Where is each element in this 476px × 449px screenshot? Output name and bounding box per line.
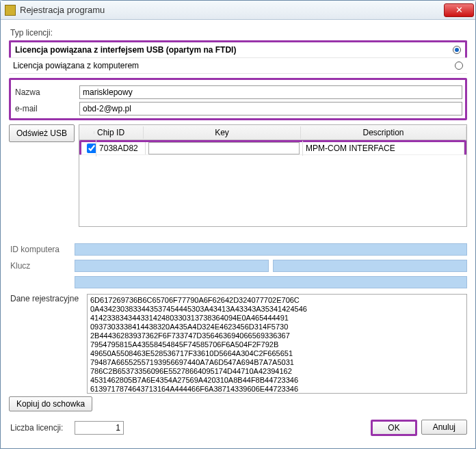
ok-button[interactable]: OK (371, 420, 416, 436)
pc-license-section: ID komputera Klucz (9, 239, 467, 288)
key-value-1 (75, 260, 269, 272)
row-desc: MPM-COM INTERFACE (303, 142, 464, 154)
radio-icon (455, 62, 463, 70)
email-label: e-mail (14, 104, 79, 113)
copy-clipboard-button[interactable]: Kopiuj do schowka (9, 396, 92, 411)
pcid-label: ID komputera (9, 245, 75, 254)
regdata-section: Dane rejestracyjne 6D617269736B6C65706F7… (9, 294, 467, 394)
grid-header: Chip ID Key Description (79, 125, 466, 140)
pcid-value (75, 243, 467, 256)
pcid-row: ID komputera (9, 243, 467, 256)
app-icon (5, 5, 16, 16)
extra-value (75, 276, 467, 288)
refresh-usb-button[interactable]: Odśwież USB (9, 124, 75, 142)
grid-row[interactable]: 7038AD82 MPM-COM INTERFACE (79, 140, 466, 155)
dialog-buttons: OK Anuluj (371, 420, 467, 436)
extra-row (9, 276, 467, 288)
usb-row: Odśwież USB Chip ID Key Description 7038… (9, 124, 467, 227)
option-usb-license[interactable]: Licencja powiązana z interfejsem USB (op… (9, 40, 467, 58)
name-label: Nazwa (14, 87, 79, 97)
window-title: Rejestracja programu (20, 5, 444, 15)
email-input[interactable] (79, 102, 462, 115)
name-email-group: Nazwa e-mail (9, 78, 467, 120)
name-row: Nazwa (14, 85, 462, 99)
license-count-label: Liczba licencji: (9, 423, 75, 433)
grid-col-check (79, 131, 94, 134)
dialog-body: Typ licencji: Licencja powiązana z inter… (1, 20, 475, 448)
option-usb-label: Licencja powiązana z interfejsem USB (op… (15, 45, 236, 55)
email-row: e-mail (14, 102, 462, 115)
device-grid: Chip ID Key Description 7038AD82 MPM-COM… (79, 124, 467, 227)
row-key-input[interactable] (148, 142, 300, 154)
grid-col-key: Key (144, 126, 301, 139)
titlebar: Rejestracja programu ✕ (1, 1, 475, 20)
key-value-2 (273, 260, 467, 272)
key-label: Klucz (9, 261, 75, 271)
cancel-button[interactable]: Anuluj (421, 420, 467, 435)
copy-row: Kopiuj do schowka (9, 396, 467, 411)
row-chip: 7038AD82 (96, 142, 146, 154)
regdata-textarea[interactable]: 6D617269736B6C65706F77790A6F62642D324077… (87, 294, 467, 394)
key-row: Klucz (9, 260, 467, 272)
option-pc-license[interactable]: Licencja powiązana z komputerem (9, 58, 467, 74)
license-count-input[interactable] (75, 421, 124, 435)
license-type-label: Typ licencji: (10, 28, 467, 38)
grid-col-desc: Description (301, 126, 466, 139)
close-icon[interactable]: ✕ (444, 3, 474, 17)
grid-col-chip: Chip ID (94, 126, 144, 139)
radio-icon (453, 46, 461, 54)
regdata-label: Dane rejestracyjne (9, 294, 84, 394)
option-pc-label: Licencja powiązana z komputerem (13, 61, 139, 70)
bottom-row: Liczba licencji: OK Anuluj (9, 420, 467, 436)
name-input[interactable] (79, 85, 462, 99)
dialog-window: Rejestracja programu ✕ Typ licencji: Lic… (0, 0, 476, 449)
row-checkbox[interactable] (87, 144, 96, 153)
